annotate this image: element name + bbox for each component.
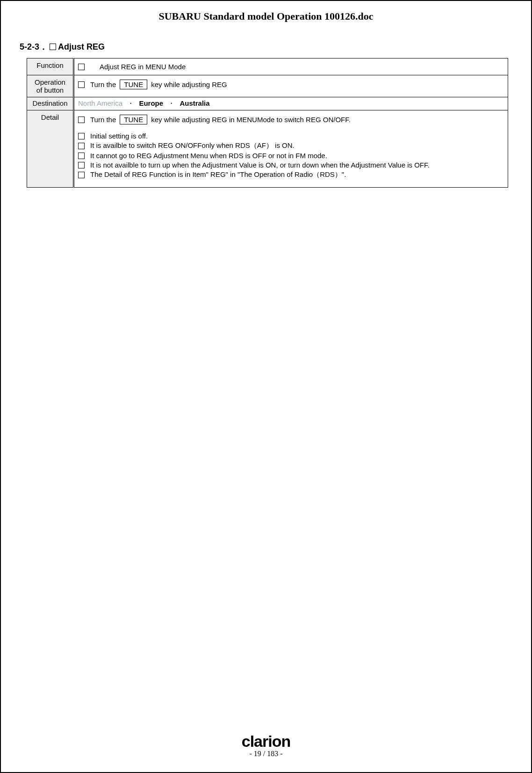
section-heading: 5-2-3． Adjust REG (20, 41, 512, 52)
tune-key: TUNE (120, 80, 147, 89)
separator-icon: ・ (127, 99, 134, 107)
detail-text: Initial setting is off. (90, 132, 148, 140)
detail-line-2: Initial setting is off. (78, 132, 504, 140)
checkbox-icon (78, 81, 85, 88)
detail-line-1: Turn the TUNE key while adjusting REG in… (78, 115, 504, 124)
document-page: SUBARU Standard model Operation 100126.d… (0, 0, 532, 773)
checkbox-icon (78, 64, 85, 70)
operation-line: Turn the TUNE key while adjusting REG (78, 80, 504, 89)
section-title: Adjust REG (58, 42, 105, 52)
checkbox-icon (78, 162, 85, 168)
detail-line1-post: key while adjusting REG in MENUMode to s… (151, 116, 351, 124)
operation-pre: Turn the (90, 80, 116, 88)
detail-text: It is availble to switch REG ON/OFFonly … (90, 141, 295, 150)
checkbox-icon (78, 143, 85, 149)
checkbox-icon (78, 117, 85, 123)
destination-au: Australia (180, 99, 209, 107)
detail-line1-pre: Turn the (90, 116, 116, 124)
destination-na: North America (78, 99, 122, 107)
checkbox-icon (50, 44, 56, 50)
function-text: Adjust REG in MENU Mode (100, 63, 186, 71)
separator-icon: ・ (168, 99, 175, 107)
row-function: Function Adjust REG in MENU Mode (27, 58, 508, 75)
spec-table: Function Adjust REG in MENU Mode Operati… (27, 58, 508, 188)
checkbox-icon (78, 153, 85, 159)
section-number: 5-2-3． (20, 41, 48, 52)
detail-line-4: It cannot go to REG Adjustment Menu when… (78, 152, 504, 160)
label-operation: Operation of button (27, 75, 74, 97)
destination-eu: Europe (139, 99, 163, 107)
label-destination: Destination (27, 97, 74, 110)
brand-logo: clarion (1, 732, 531, 751)
operation-post: key while adjusting REG (151, 80, 227, 88)
detail-line-6: The Detail of REG Function is in Item" R… (78, 170, 504, 179)
detail-line-3: It is availble to switch REG ON/OFFonly … (78, 141, 504, 150)
detail-text: The Detail of REG Function is in Item" R… (90, 170, 346, 179)
page-footer: clarion - 19 / 183 - (1, 732, 531, 758)
row-operation: Operation of button Turn the TUNE key wh… (27, 75, 508, 97)
page-number: - 19 / 183 - (1, 750, 531, 758)
tune-key: TUNE (120, 115, 147, 124)
detail-text: It cannot go to REG Adjustment Menu when… (90, 152, 327, 160)
label-function: Function (27, 58, 74, 75)
checkbox-icon (78, 172, 85, 178)
function-line: Adjust REG in MENU Mode (78, 63, 504, 71)
document-title: SUBARU Standard model Operation 100126.d… (20, 10, 512, 22)
checkbox-icon (78, 133, 85, 139)
row-detail: Detail Turn the TUNE key while adjusting… (27, 110, 508, 188)
label-detail: Detail (27, 110, 74, 188)
row-destination: Destination North America ・ Europe ・ Aus… (27, 97, 508, 110)
detail-text: It is not availble to turn up when the A… (90, 161, 430, 169)
detail-line-5: It is not availble to turn up when the A… (78, 161, 504, 169)
